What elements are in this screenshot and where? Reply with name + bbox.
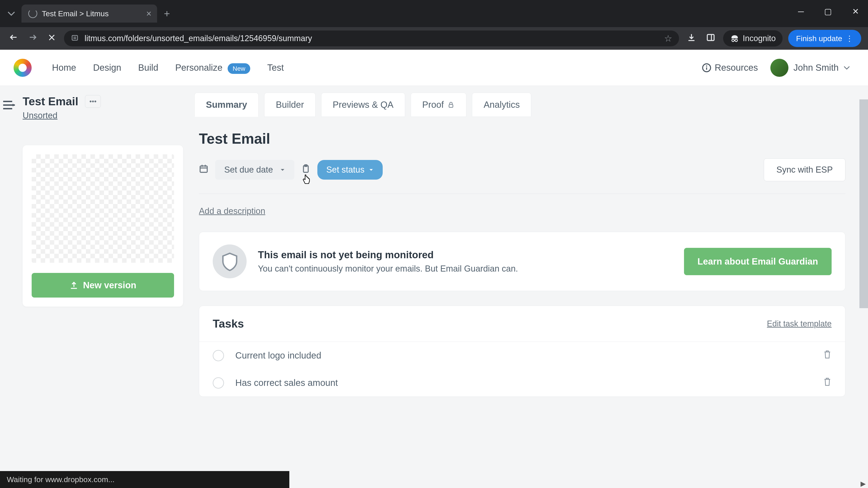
resources-label: Resources bbox=[715, 63, 758, 73]
user-menu[interactable]: John Smith bbox=[770, 59, 850, 77]
content-title: Test Email bbox=[199, 130, 845, 147]
email-thumbnail[interactable] bbox=[32, 154, 174, 263]
url-text: litmus.com/folders/unsorted_emails/email… bbox=[85, 34, 658, 43]
task-checkbox[interactable] bbox=[213, 350, 224, 361]
svg-rect-15 bbox=[200, 166, 207, 172]
calendar-icon bbox=[199, 164, 209, 175]
task-row: Current logo included bbox=[199, 342, 845, 369]
svg-rect-0 bbox=[72, 35, 78, 40]
guardian-title: This email is not yet being monitored bbox=[258, 249, 673, 260]
new-version-button[interactable]: New version bbox=[32, 273, 174, 297]
caret-down-icon bbox=[280, 168, 285, 172]
lock-icon bbox=[447, 101, 455, 109]
loading-spinner-icon bbox=[28, 9, 37, 18]
task-label: Current logo included bbox=[235, 350, 812, 361]
status-label: Set status bbox=[327, 165, 365, 175]
tab-search-dropdown[interactable] bbox=[4, 6, 18, 22]
incognito-indicator[interactable]: Incognito bbox=[723, 30, 782, 46]
svg-rect-14 bbox=[449, 104, 453, 107]
svg-point-10 bbox=[706, 65, 707, 66]
upload-icon bbox=[69, 281, 79, 290]
tab-builder[interactable]: Builder bbox=[264, 93, 315, 117]
resources-link[interactable]: Resources bbox=[702, 63, 758, 73]
tasks-heading: Tasks bbox=[213, 317, 244, 330]
delete-task-icon[interactable] bbox=[823, 350, 832, 361]
minimize-button[interactable]: ─ bbox=[794, 4, 808, 19]
browser-status-bar: Waiting for www.dropbox.com... bbox=[0, 471, 289, 488]
finish-update-button[interactable]: Finish update ⋮ bbox=[788, 30, 861, 47]
new-version-label: New version bbox=[83, 280, 136, 290]
nav-personalize-label: Personalize bbox=[175, 63, 222, 72]
guardian-banner: This email is not yet being monitored Yo… bbox=[199, 232, 845, 291]
set-status-button[interactable]: Set status bbox=[317, 160, 383, 180]
downloads-icon[interactable] bbox=[685, 31, 698, 46]
new-tab-button[interactable]: + bbox=[164, 7, 170, 20]
maximize-button[interactable]: ▢ bbox=[819, 4, 836, 19]
address-bar[interactable]: litmus.com/folders/unsorted_emails/email… bbox=[64, 31, 679, 46]
nav-test[interactable]: Test bbox=[267, 63, 284, 73]
edit-task-template-link[interactable]: Edit task template bbox=[767, 319, 832, 328]
avatar bbox=[770, 59, 788, 77]
preview-card: New version bbox=[23, 145, 183, 306]
finish-update-label: Finish update bbox=[796, 34, 842, 43]
tab-summary[interactable]: Summary bbox=[194, 93, 258, 117]
bookmark-icon[interactable]: ☆ bbox=[664, 33, 672, 43]
user-name: John Smith bbox=[794, 63, 839, 73]
new-badge: New bbox=[228, 63, 250, 74]
chevron-down-icon bbox=[844, 66, 850, 70]
add-description-link[interactable]: Add a description bbox=[199, 206, 266, 216]
more-options-button[interactable]: ••• bbox=[85, 95, 101, 108]
close-tab-icon[interactable]: × bbox=[146, 8, 151, 19]
task-row: Has correct sales amount bbox=[199, 369, 845, 396]
svg-rect-3 bbox=[707, 34, 714, 40]
menu-dots-icon: ⋮ bbox=[846, 34, 853, 43]
incognito-icon bbox=[730, 34, 739, 43]
svg-point-6 bbox=[735, 39, 738, 42]
due-date-label: Set due date bbox=[224, 165, 273, 175]
task-label: Has correct sales amount bbox=[235, 378, 812, 388]
forward-button[interactable] bbox=[26, 31, 39, 46]
scroll-right-arrow[interactable]: ▶ bbox=[861, 480, 866, 488]
sync-esp-button[interactable]: Sync with ESP bbox=[764, 158, 845, 181]
info-icon bbox=[702, 63, 711, 72]
delete-task-icon[interactable] bbox=[823, 377, 832, 389]
vertical-scrollbar[interactable] bbox=[860, 99, 868, 479]
stop-reload-button[interactable] bbox=[45, 31, 58, 46]
cursor-icon bbox=[302, 174, 311, 187]
task-checkbox[interactable] bbox=[213, 377, 224, 389]
set-due-date-button[interactable]: Set due date bbox=[215, 160, 294, 180]
side-panel-icon[interactable] bbox=[704, 31, 717, 46]
site-info-icon[interactable] bbox=[71, 33, 79, 43]
folder-link[interactable]: Unsorted bbox=[23, 111, 57, 120]
tab-proof-label: Proof bbox=[422, 100, 444, 110]
tab-title: Test Email > Litmus bbox=[42, 9, 109, 18]
nav-home[interactable]: Home bbox=[52, 63, 76, 73]
shield-icon bbox=[213, 245, 247, 278]
incognito-label: Incognito bbox=[743, 34, 776, 43]
tasks-card: Tasks Edit task template Current logo in… bbox=[199, 306, 845, 397]
guardian-cta-button[interactable]: Learn about Email Guardian bbox=[684, 248, 832, 275]
sidebar-toggle-icon[interactable] bbox=[2, 99, 16, 488]
horizontal-scrollbar[interactable]: ▶ bbox=[289, 479, 868, 488]
nav-design[interactable]: Design bbox=[93, 63, 121, 73]
nav-personalize[interactable]: Personalize New bbox=[175, 63, 250, 73]
back-button[interactable] bbox=[7, 31, 20, 46]
caret-down-icon bbox=[369, 168, 374, 171]
nav-build[interactable]: Build bbox=[138, 63, 158, 73]
email-title: Test Email bbox=[23, 95, 78, 108]
tab-analytics[interactable]: Analytics bbox=[472, 93, 531, 117]
close-window-button[interactable]: ✕ bbox=[848, 4, 864, 19]
tab-previews[interactable]: Previews & QA bbox=[321, 93, 405, 117]
litmus-logo[interactable] bbox=[13, 59, 32, 77]
svg-point-5 bbox=[732, 39, 735, 42]
guardian-subtitle: You can't continuously monitor your emai… bbox=[258, 264, 673, 273]
tab-proof[interactable]: Proof bbox=[411, 93, 467, 117]
browser-tab[interactable]: Test Email > Litmus × bbox=[22, 4, 157, 23]
scrollbar-thumb[interactable] bbox=[860, 99, 868, 308]
